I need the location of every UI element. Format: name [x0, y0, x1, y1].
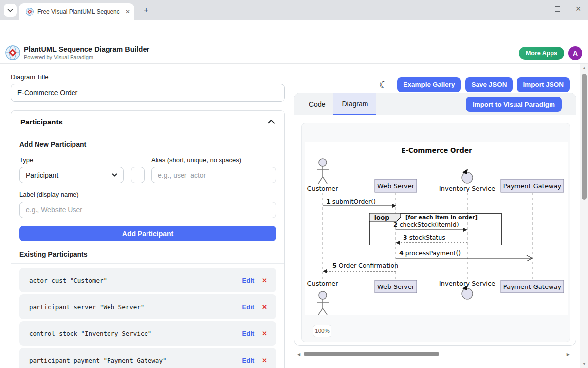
delete-participant-icon[interactable]: ✕: [262, 303, 267, 311]
participants-header[interactable]: Participants: [11, 111, 284, 133]
alias-input[interactable]: [151, 167, 276, 183]
app-header: PlantUML Sequence Diagram Builder Powere…: [0, 42, 588, 64]
scroll-down-icon[interactable]: ▼: [582, 362, 586, 366]
import-json-button[interactable]: Import JSON: [517, 77, 570, 92]
participant-code: participant payment "Payment Gateway": [29, 357, 166, 364]
participant-label: Web Server: [377, 182, 415, 190]
tab-code[interactable]: Code: [300, 93, 333, 115]
add-participant-button[interactable]: Add Participant: [19, 226, 276, 241]
alias-column: Alias (short, unique, no spaces): [151, 156, 276, 183]
participant-row: control stock "Inventory Service" Edit ✕: [19, 321, 276, 346]
participant-label: Customer: [307, 185, 338, 192]
arrowhead: [396, 241, 400, 245]
scroll-right-icon[interactable]: ▶: [567, 352, 570, 357]
window-close-button[interactable]: ✕: [575, 5, 581, 13]
diagram-title: E-Commerce Order: [401, 146, 472, 154]
zoom-level-badge[interactable]: 100%: [313, 325, 331, 337]
display-name-input[interactable]: [19, 202, 276, 218]
dark-mode-toggle-icon[interactable]: ☾: [379, 80, 389, 90]
type-selected-value: Participant: [26, 171, 58, 179]
site-favicon-icon: [26, 8, 34, 16]
message-text: 4processPayment(): [399, 249, 461, 257]
participant-code: participant server "Web Server": [29, 303, 144, 311]
diagram-actions-row: ☾ Example Gallery Save JSON Import JSON: [294, 77, 576, 92]
vertical-scrollbar[interactable]: ▲ ▼: [580, 64, 588, 368]
user-avatar[interactable]: A: [568, 46, 582, 60]
window-minimize-button[interactable]: —: [534, 5, 540, 12]
chevron-up-icon: [267, 120, 275, 124]
message-text: 2checkStock(itemId): [393, 221, 459, 228]
edit-participant-link[interactable]: Edit: [242, 277, 255, 284]
existing-participants-title: Existing Participants: [19, 250, 276, 258]
browser-tab-strip: Free Visual PlantUML Sequence ✕ + — ✕: [0, 0, 588, 20]
tab-diagram[interactable]: Diagram: [333, 93, 376, 115]
display-name-label: Label (display name): [19, 191, 276, 198]
participant-label: Web Server: [377, 283, 415, 290]
type-label: Type: [19, 156, 124, 164]
message-text: 3stockStatus: [403, 234, 445, 241]
alias-label: Alias (short, unique, no spaces): [151, 156, 276, 164]
new-tab-button[interactable]: +: [140, 4, 152, 16]
app-title: PlantUML Sequence Diagram Builder: [24, 45, 149, 53]
powered-by: Powered by Visual Paradigm: [24, 54, 93, 60]
delete-participant-icon[interactable]: ✕: [262, 330, 267, 337]
browser-tab[interactable]: Free Visual PlantUML Sequence ✕: [19, 3, 134, 20]
add-new-participant-title: Add New Participant: [19, 140, 276, 148]
control-icon: [462, 285, 473, 299]
example-gallery-button[interactable]: Example Gallery: [397, 77, 461, 92]
edit-participant-link[interactable]: Edit: [242, 357, 255, 364]
loop-label: loop: [374, 214, 389, 221]
type-column: Type Participant: [19, 156, 124, 183]
type-select[interactable]: Participant: [19, 167, 124, 183]
scroll-left-icon[interactable]: ◀: [297, 352, 300, 357]
arrowhead: [323, 269, 327, 274]
participant-code: control stock "Inventory Service": [29, 330, 151, 337]
diagram-title-label: Diagram Title: [11, 73, 285, 81]
loop-condition: [for each item in order]: [405, 214, 478, 221]
participant-row: participant payment "Payment Gateway" Ed…: [19, 348, 276, 368]
horizontal-scrollbar[interactable]: ◀ ▶: [296, 351, 571, 358]
preview-tabbar: Code Diagram Import to Visual Paradigm: [294, 93, 576, 115]
delete-participant-icon[interactable]: ✕: [262, 357, 267, 364]
sequence-diagram-render: E-Commerce Order Customer: [305, 142, 568, 315]
edit-participant-link[interactable]: Edit: [242, 330, 255, 337]
editor-panel: Diagram Title Participants Add New Parti…: [11, 73, 285, 368]
type-extra-input[interactable]: [131, 167, 145, 183]
participant-code: actor cust "Customer": [29, 277, 107, 284]
diagram-title-input[interactable]: [11, 84, 285, 102]
actor-icon: [317, 159, 329, 184]
chevron-down-icon: [112, 173, 117, 177]
diagram-viewport: E-Commerce Order Customer: [301, 123, 570, 342]
participant-row: participant server "Web Server" Edit ✕: [19, 294, 276, 319]
divider: [11, 263, 284, 264]
browser-toolbar: ← → ↻ ai-toolbox.visual-paradigm.com/app…: [0, 20, 588, 42]
horizontal-scrollbar-thumb[interactable]: [304, 352, 439, 356]
message-text: 1submitOrder(): [326, 198, 376, 205]
window-maximize-button[interactable]: [555, 6, 560, 12]
edit-participant-link[interactable]: Edit: [242, 303, 255, 311]
participant-label: Inventory Service: [439, 185, 495, 192]
participant-row: actor cust "Customer" Edit ✕: [19, 268, 276, 292]
participant-label: Payment Gateway: [503, 182, 562, 190]
import-to-visual-paradigm-button[interactable]: Import to Visual Paradigm: [466, 97, 562, 112]
tab-close-icon[interactable]: ✕: [125, 8, 130, 15]
visual-paradigm-link[interactable]: Visual Paradigm: [54, 54, 93, 60]
tab-search-button[interactable]: [4, 4, 17, 17]
preview-card: Code Diagram Import to Visual Paradigm E…: [294, 93, 576, 346]
delete-participant-icon[interactable]: ✕: [262, 277, 267, 284]
arrowhead: [463, 228, 467, 232]
participants-title: Participants: [20, 118, 63, 126]
save-json-button[interactable]: Save JSON: [465, 77, 513, 92]
more-apps-button[interactable]: More Apps: [519, 47, 564, 60]
message-text: 5Order Confirmation: [332, 262, 398, 269]
vertical-scrollbar-thumb[interactable]: [582, 74, 587, 200]
participant-label: Customer: [307, 280, 338, 287]
actor-icon: [317, 291, 329, 315]
participants-card: Participants Add New Participant Type Pa…: [11, 110, 285, 368]
participant-label: Payment Gateway: [503, 283, 562, 290]
chevron-down-icon: [7, 8, 13, 12]
visual-paradigm-logo-icon: [5, 45, 20, 60]
scroll-up-icon[interactable]: ▲: [582, 66, 586, 70]
powered-by-prefix: Powered by: [24, 54, 52, 60]
tab-title: Free Visual PlantUML Sequence: [37, 8, 120, 15]
